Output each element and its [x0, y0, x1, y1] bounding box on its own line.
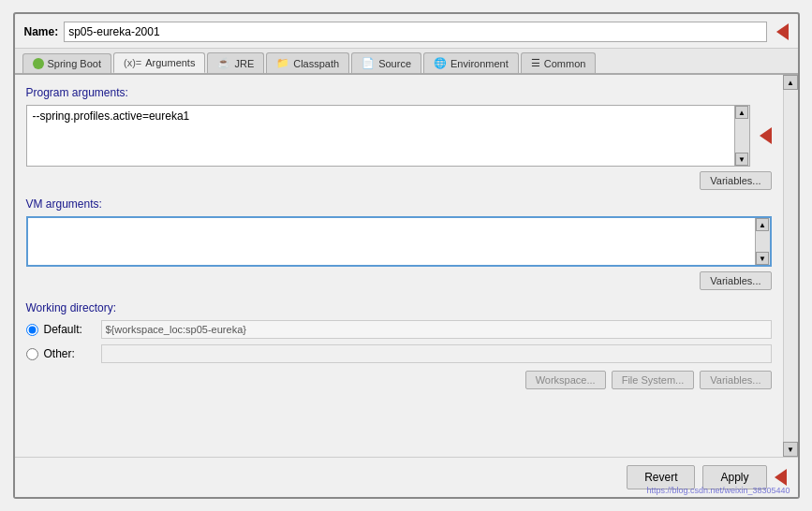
- tabs-bar: Spring Boot (x)= Arguments ☕ JRE 📁 Class…: [15, 49, 798, 75]
- vm-args-textarea-wrapper: ▲ ▼: [26, 216, 772, 267]
- vm-args-variables-button[interactable]: Variables...: [700, 271, 771, 290]
- tab-jre[interactable]: ☕ JRE: [207, 52, 264, 73]
- name-field-wrapper: [64, 22, 788, 42]
- name-label: Name:: [24, 25, 59, 38]
- vm-args-label: VM arguments:: [26, 197, 772, 211]
- watermark: https://blog.csdn.net/weixin_38305440: [646, 486, 790, 495]
- common-icon: ☰: [531, 57, 540, 69]
- vm-scroll-down-arrow[interactable]: ▼: [756, 252, 769, 265]
- working-dir-variables-button[interactable]: Variables...: [700, 371, 771, 389]
- tab-common[interactable]: ☰ Common: [521, 52, 597, 73]
- program-args-scrollbar: ▲ ▼: [734, 106, 749, 166]
- tab-spring-boot[interactable]: Spring Boot: [22, 53, 111, 73]
- program-args-textarea-wrapper: --spring.profiles.active=eureka1 ▲ ▼: [26, 105, 750, 167]
- default-radio[interactable]: [26, 324, 38, 336]
- main-scroll-up[interactable]: ▲: [783, 75, 798, 90]
- program-args-variables-button[interactable]: Variables...: [700, 171, 771, 190]
- other-radio-label: Other:: [44, 347, 96, 360]
- tab-common-label: Common: [544, 58, 586, 69]
- scroll-down-arrow[interactable]: ▼: [735, 153, 748, 166]
- name-input[interactable]: [64, 22, 766, 42]
- other-dir-input[interactable]: [101, 344, 772, 363]
- tab-content-arguments: Program arguments: --spring.profiles.act…: [15, 75, 783, 457]
- tab-source-label: Source: [378, 58, 411, 69]
- tab-arguments-label: Arguments: [145, 57, 195, 68]
- main-scroll-down[interactable]: ▼: [783, 442, 798, 457]
- program-args-input[interactable]: --spring.profiles.active=eureka1: [27, 106, 734, 166]
- workspace-button[interactable]: Workspace...: [525, 371, 606, 389]
- source-icon: 📄: [362, 57, 375, 69]
- scroll-up-arrow[interactable]: ▲: [735, 106, 748, 119]
- content-area: Program arguments: --spring.profiles.act…: [15, 75, 798, 457]
- working-directory-label: Working directory:: [26, 301, 772, 314]
- main-scrollbar: ▲ ▼: [783, 75, 798, 457]
- vm-scroll-up-arrow[interactable]: ▲: [756, 218, 769, 231]
- vm-args-input[interactable]: [28, 218, 755, 265]
- program-args-arrow-icon: [760, 127, 772, 144]
- tab-jre-label: JRE: [234, 58, 254, 69]
- spring-boot-icon: [33, 58, 44, 69]
- vm-args-group: VM arguments: ▲ ▼ Variables...: [26, 197, 772, 290]
- default-radio-row: Default:: [26, 320, 772, 339]
- default-dir-input: [101, 320, 772, 339]
- filesystem-button[interactable]: File System...: [612, 371, 695, 389]
- program-args-group: Program arguments: --spring.profiles.act…: [26, 86, 772, 190]
- program-args-variables-row: Variables...: [26, 171, 772, 190]
- workspace-buttons-row: Workspace... File System... Variables...: [26, 371, 772, 389]
- tab-classpath[interactable]: 📁 Classpath: [266, 52, 349, 73]
- default-radio-label: Default:: [44, 323, 96, 336]
- vm-args-scrollbar: ▲ ▼: [755, 218, 770, 265]
- dialog: Name: Spring Boot (x)= Arguments ☕ JRE 📁…: [13, 12, 800, 499]
- working-directory-section: Working directory: Default: Other: Works…: [26, 301, 772, 389]
- tab-environment[interactable]: 🌐 Environment: [423, 52, 519, 73]
- program-args-label: Program arguments:: [26, 86, 772, 99]
- jre-icon: ☕: [217, 57, 230, 69]
- tab-classpath-label: Classpath: [293, 58, 339, 69]
- classpath-icon: 📁: [276, 57, 289, 69]
- name-row: Name:: [15, 14, 798, 49]
- environment-icon: 🌐: [434, 57, 447, 69]
- apply-arrow-icon: [775, 469, 787, 486]
- program-args-row: --spring.profiles.active=eureka1 ▲ ▼: [26, 105, 772, 167]
- name-arrow-icon: [776, 23, 789, 40]
- other-radio[interactable]: [26, 348, 38, 360]
- vm-args-variables-row: Variables...: [26, 271, 772, 290]
- tab-source[interactable]: 📄 Source: [351, 52, 421, 73]
- tab-environment-label: Environment: [450, 58, 509, 69]
- other-radio-row: Other:: [26, 344, 772, 363]
- tab-spring-boot-label: Spring Boot: [48, 58, 101, 69]
- tab-arguments[interactable]: (x)= Arguments: [113, 52, 205, 73]
- args-icon: (x)=: [124, 57, 141, 68]
